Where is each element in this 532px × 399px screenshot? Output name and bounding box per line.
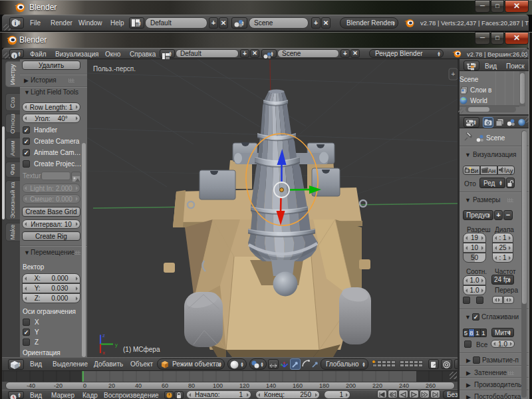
svg-text:x: x [102,350,105,356]
svg-text:+: + [452,70,456,78]
svg-text:i: i [15,20,17,27]
svg-text:z: z [102,332,105,338]
svg-text:i: i [13,53,15,59]
svg-text:y: y [115,342,118,348]
svg-text:(1) МСфера: (1) МСфера [123,346,160,353]
svg-text:Польз.-персп.: Польз.-персп. [93,65,136,72]
